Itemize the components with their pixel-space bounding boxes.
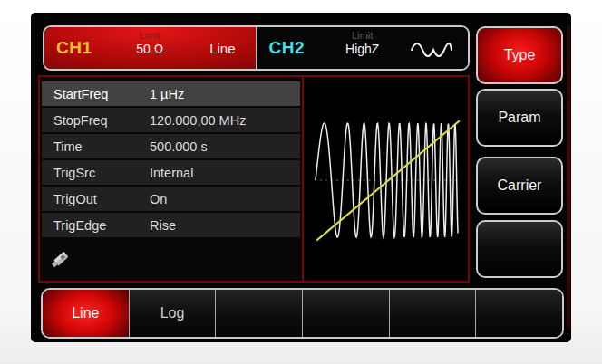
menu-button-type[interactable]: Type: [476, 26, 563, 84]
parameter-list: StartFreq 1 µHz StopFreq 120.000,00 MHz …: [40, 77, 302, 281]
param-value: 1 µHz: [150, 87, 184, 101]
ch1-limit-label: Limit: [136, 30, 163, 42]
softkey-empty-2: [303, 290, 390, 337]
param-value: Internal: [150, 166, 193, 180]
menu-button-label: Type: [504, 47, 536, 63]
param-label: TrigOut: [53, 192, 144, 206]
softkey-label: Log: [160, 305, 185, 321]
bottom-softkey-row: Line Log: [41, 288, 564, 339]
softkey-log[interactable]: Log: [130, 290, 217, 337]
softkey-empty-3: [390, 290, 477, 337]
softkey-line[interactable]: Line: [43, 290, 130, 337]
ch1-label: CH1: [56, 38, 92, 58]
waveform-svg: [304, 77, 468, 281]
param-row-trigsrc[interactable]: TrigSrc Internal: [42, 160, 300, 185]
param-label: TrigSrc: [53, 166, 144, 180]
param-row-time[interactable]: Time 500.000 s: [42, 134, 300, 158]
softkey-empty-1: [216, 290, 303, 337]
device-screen: CH1 Limit 50 Ω Line CH2 Limit HighZ: [31, 13, 571, 342]
ch1-limit-value: 50 Ω: [136, 42, 163, 56]
ch2-label: CH2: [269, 38, 306, 58]
waveform-preview: [302, 77, 468, 281]
param-label: StopFreq: [53, 113, 144, 128]
ch1-status-tab[interactable]: CH1 Limit 50 Ω Line: [44, 27, 256, 69]
usb-drive-icon: [46, 244, 75, 273]
menu-button-carrier[interactable]: Carrier: [476, 157, 563, 215]
menu-button-label: Carrier: [498, 177, 542, 194]
param-value: 500.000 s: [150, 139, 208, 154]
menu-button-empty: [476, 220, 563, 278]
ch2-status-tab[interactable]: CH2 Limit HighZ: [256, 27, 469, 69]
softkey-empty-4: [476, 290, 562, 337]
param-value: Rise: [150, 218, 176, 233]
param-label: Time: [53, 139, 144, 154]
param-row-stopfreq[interactable]: StopFreq 120.000,00 MHz: [42, 108, 300, 132]
sine-wave-icon: [410, 38, 453, 62]
channel-status-bar: CH1 Limit 50 Ω Line CH2 Limit HighZ: [43, 25, 470, 71]
param-label: TrigEdge: [53, 218, 144, 233]
param-value: 120.000,00 MHz: [150, 113, 246, 128]
sweep-settings-panel: StartFreq 1 µHz StopFreq 120.000,00 MHz …: [38, 75, 470, 283]
param-row-trigout[interactable]: TrigOut On: [42, 187, 300, 211]
menu-button-label: Param: [498, 110, 540, 126]
softkey-label: Line: [72, 305, 99, 321]
menu-button-param[interactable]: Param: [476, 89, 563, 147]
ch1-sweep-type: Line: [209, 41, 235, 56]
ch2-limit-label: Limit: [345, 30, 379, 42]
ch2-limit-value: HighZ: [345, 42, 379, 56]
param-label: StartFreq: [53, 87, 144, 101]
photo-background: CH1 Limit 50 Ω Line CH2 Limit HighZ: [0, 0, 602, 364]
param-row-trigedge[interactable]: TrigEdge Rise: [42, 213, 300, 237]
param-value: On: [150, 192, 167, 206]
param-row-startfreq[interactable]: StartFreq 1 µHz: [42, 81, 300, 106]
ch1-limit: Limit 50 Ω: [136, 30, 163, 56]
ch2-limit: Limit HighZ: [345, 30, 379, 56]
